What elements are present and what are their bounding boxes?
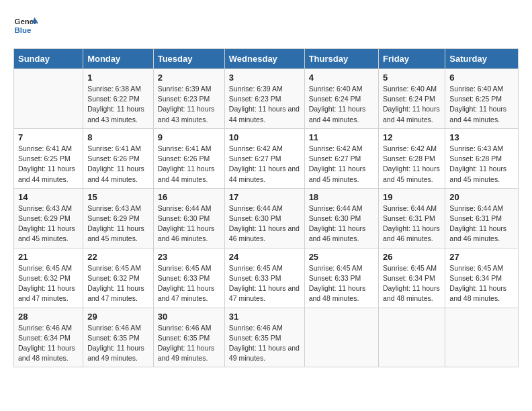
calendar-cell: 23Sunrise: 6:45 AMSunset: 6:33 PMDayligh…: [153, 248, 224, 308]
calendar-cell: 30Sunrise: 6:46 AMSunset: 6:35 PMDayligh…: [153, 308, 224, 367]
calendar-cell: [14, 69, 83, 129]
calendar-cell: 18Sunrise: 6:44 AMSunset: 6:30 PMDayligh…: [304, 188, 378, 248]
week-row-1: 1Sunrise: 6:38 AMSunset: 6:22 PMDaylight…: [14, 69, 519, 129]
day-number: 28: [18, 312, 79, 322]
calendar-cell: [445, 308, 519, 367]
cell-detail: Sunrise: 6:41 AMSunset: 6:26 PMDaylight:…: [87, 144, 149, 185]
cell-detail: Sunrise: 6:45 AMSunset: 6:33 PMDaylight:…: [229, 263, 300, 304]
day-number: 29: [87, 312, 149, 322]
calendar-cell: 10Sunrise: 6:42 AMSunset: 6:27 PMDayligh…: [224, 128, 304, 188]
calendar-cell: 2Sunrise: 6:39 AMSunset: 6:23 PMDaylight…: [153, 69, 224, 129]
cell-detail: Sunrise: 6:45 AMSunset: 6:34 PMDaylight:…: [383, 263, 441, 304]
week-row-4: 21Sunrise: 6:45 AMSunset: 6:32 PMDayligh…: [14, 248, 519, 308]
header-cell-wednesday: Wednesday: [224, 49, 304, 69]
cell-detail: Sunrise: 6:38 AMSunset: 6:22 PMDaylight:…: [87, 84, 149, 125]
cell-detail: Sunrise: 6:45 AMSunset: 6:32 PMDaylight:…: [87, 263, 149, 304]
header-cell-monday: Monday: [83, 49, 154, 69]
day-number: 30: [158, 312, 220, 322]
day-number: 6: [449, 73, 514, 83]
calendar-cell: 31Sunrise: 6:46 AMSunset: 6:35 PMDayligh…: [224, 308, 304, 367]
cell-detail: Sunrise: 6:44 AMSunset: 6:30 PMDaylight:…: [309, 203, 374, 244]
cell-detail: Sunrise: 6:46 AMSunset: 6:35 PMDaylight:…: [158, 323, 220, 364]
cell-detail: Sunrise: 6:39 AMSunset: 6:23 PMDaylight:…: [229, 84, 300, 125]
calendar-cell: 27Sunrise: 6:45 AMSunset: 6:34 PMDayligh…: [445, 248, 519, 308]
svg-text:Blue: Blue: [14, 26, 32, 34]
cell-detail: Sunrise: 6:42 AMSunset: 6:28 PMDaylight:…: [383, 144, 441, 185]
day-number: 26: [383, 252, 441, 262]
calendar-cell: 17Sunrise: 6:44 AMSunset: 6:30 PMDayligh…: [224, 188, 304, 248]
calendar-cell: 8Sunrise: 6:41 AMSunset: 6:26 PMDaylight…: [83, 128, 154, 188]
calendar-cell: 28Sunrise: 6:46 AMSunset: 6:34 PMDayligh…: [14, 308, 83, 367]
calendar-cell: 12Sunrise: 6:42 AMSunset: 6:28 PMDayligh…: [379, 128, 445, 188]
day-number: 21: [18, 252, 79, 262]
cell-detail: Sunrise: 6:46 AMSunset: 6:35 PMDaylight:…: [87, 323, 149, 364]
header: General Blue: [13, 13, 519, 38]
calendar-cell: 16Sunrise: 6:44 AMSunset: 6:30 PMDayligh…: [153, 188, 224, 248]
cell-detail: Sunrise: 6:39 AMSunset: 6:23 PMDaylight:…: [158, 84, 220, 125]
calendar-cell: 25Sunrise: 6:45 AMSunset: 6:33 PMDayligh…: [304, 248, 378, 308]
calendar-cell: 29Sunrise: 6:46 AMSunset: 6:35 PMDayligh…: [83, 308, 154, 367]
cell-detail: Sunrise: 6:45 AMSunset: 6:33 PMDaylight:…: [158, 263, 220, 304]
cell-detail: Sunrise: 6:42 AMSunset: 6:27 PMDaylight:…: [309, 144, 374, 185]
calendar-cell: 9Sunrise: 6:41 AMSunset: 6:26 PMDaylight…: [153, 128, 224, 188]
day-number: 8: [87, 132, 149, 142]
calendar-cell: 14Sunrise: 6:43 AMSunset: 6:29 PMDayligh…: [14, 188, 83, 248]
calendar-cell: 11Sunrise: 6:42 AMSunset: 6:27 PMDayligh…: [304, 128, 378, 188]
cell-detail: Sunrise: 6:45 AMSunset: 6:32 PMDaylight:…: [18, 263, 79, 304]
day-number: 9: [158, 132, 220, 142]
calendar-cell: 7Sunrise: 6:41 AMSunset: 6:25 PMDaylight…: [14, 128, 83, 188]
calendar-cell: 26Sunrise: 6:45 AMSunset: 6:34 PMDayligh…: [379, 248, 445, 308]
day-number: 7: [18, 132, 79, 142]
calendar-cell: 6Sunrise: 6:40 AMSunset: 6:25 PMDaylight…: [445, 69, 519, 129]
calendar-cell: 1Sunrise: 6:38 AMSunset: 6:22 PMDaylight…: [83, 69, 154, 129]
cell-detail: Sunrise: 6:44 AMSunset: 6:31 PMDaylight:…: [449, 203, 514, 244]
calendar-cell: 4Sunrise: 6:40 AMSunset: 6:24 PMDaylight…: [304, 69, 378, 129]
day-number: 5: [383, 73, 441, 83]
cell-detail: Sunrise: 6:44 AMSunset: 6:30 PMDaylight:…: [158, 203, 220, 244]
calendar-cell: 3Sunrise: 6:39 AMSunset: 6:23 PMDaylight…: [224, 69, 304, 129]
calendar-cell: 22Sunrise: 6:45 AMSunset: 6:32 PMDayligh…: [83, 248, 154, 308]
day-number: 14: [18, 192, 79, 202]
day-number: 19: [383, 192, 441, 202]
day-number: 15: [87, 192, 149, 202]
day-number: 23: [158, 252, 220, 262]
cell-detail: Sunrise: 6:41 AMSunset: 6:26 PMDaylight:…: [158, 144, 220, 185]
day-number: 31: [229, 312, 300, 322]
cell-detail: Sunrise: 6:44 AMSunset: 6:31 PMDaylight:…: [383, 203, 441, 244]
cell-detail: Sunrise: 6:46 AMSunset: 6:35 PMDaylight:…: [229, 323, 300, 364]
day-number: 2: [158, 73, 220, 83]
header-cell-tuesday: Tuesday: [153, 49, 224, 69]
cell-detail: Sunrise: 6:44 AMSunset: 6:30 PMDaylight:…: [229, 203, 300, 244]
logo: General Blue: [13, 13, 38, 38]
cell-detail: Sunrise: 6:42 AMSunset: 6:27 PMDaylight:…: [229, 144, 300, 185]
calendar-header: SundayMondayTuesdayWednesdayThursdayFrid…: [14, 49, 519, 69]
logo-icon: General Blue: [13, 13, 38, 38]
day-number: 10: [229, 132, 300, 142]
week-row-2: 7Sunrise: 6:41 AMSunset: 6:25 PMDaylight…: [14, 128, 519, 188]
calendar-cell: 15Sunrise: 6:43 AMSunset: 6:29 PMDayligh…: [83, 188, 154, 248]
day-number: 27: [449, 252, 514, 262]
calendar-table: SundayMondayTuesdayWednesdayThursdayFrid…: [13, 48, 519, 367]
header-cell-sunday: Sunday: [14, 49, 83, 69]
header-row: SundayMondayTuesdayWednesdayThursdayFrid…: [14, 49, 519, 69]
day-number: 12: [383, 132, 441, 142]
calendar-cell: 5Sunrise: 6:40 AMSunset: 6:24 PMDaylight…: [379, 69, 445, 129]
day-number: 22: [87, 252, 149, 262]
day-number: 16: [158, 192, 220, 202]
cell-detail: Sunrise: 6:43 AMSunset: 6:29 PMDaylight:…: [18, 203, 79, 244]
day-number: 18: [309, 192, 374, 202]
day-number: 25: [309, 252, 374, 262]
day-number: 3: [229, 73, 300, 83]
cell-detail: Sunrise: 6:40 AMSunset: 6:24 PMDaylight:…: [309, 84, 374, 125]
calendar-cell: 21Sunrise: 6:45 AMSunset: 6:32 PMDayligh…: [14, 248, 83, 308]
calendar-cell: 19Sunrise: 6:44 AMSunset: 6:31 PMDayligh…: [379, 188, 445, 248]
calendar-cell: 24Sunrise: 6:45 AMSunset: 6:33 PMDayligh…: [224, 248, 304, 308]
header-cell-thursday: Thursday: [304, 49, 378, 69]
cell-detail: Sunrise: 6:46 AMSunset: 6:34 PMDaylight:…: [18, 323, 79, 364]
calendar-cell: [304, 308, 378, 367]
cell-detail: Sunrise: 6:40 AMSunset: 6:25 PMDaylight:…: [449, 84, 514, 125]
cell-detail: Sunrise: 6:40 AMSunset: 6:24 PMDaylight:…: [383, 84, 441, 125]
day-number: 11: [309, 132, 374, 142]
cell-detail: Sunrise: 6:43 AMSunset: 6:28 PMDaylight:…: [449, 144, 514, 185]
cell-detail: Sunrise: 6:43 AMSunset: 6:29 PMDaylight:…: [87, 203, 149, 244]
